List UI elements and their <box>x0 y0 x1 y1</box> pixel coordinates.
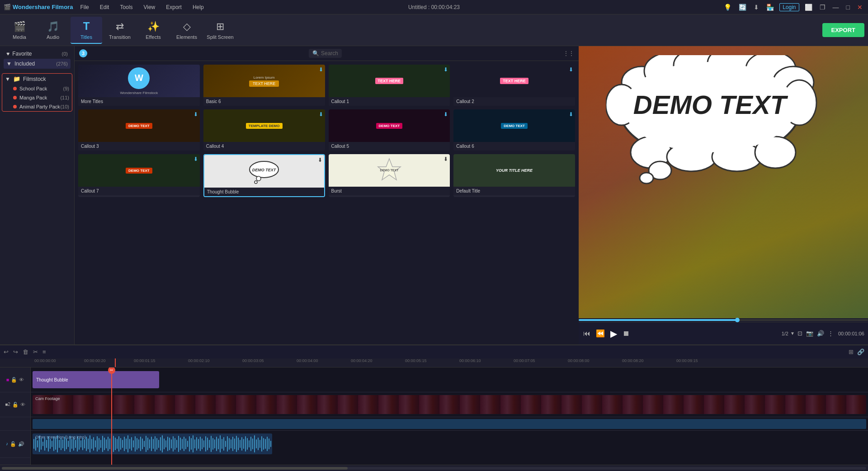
svg-rect-149 <box>259 440 260 448</box>
svg-rect-150 <box>261 436 262 452</box>
menu-file[interactable]: File <box>78 3 90 11</box>
track-lock-icon[interactable]: 🔓 <box>11 377 17 383</box>
grid-options-icon[interactable]: ⋮⋮ <box>563 50 574 57</box>
download-icon-c2: ⬇ <box>569 66 573 73</box>
card-callout2[interactable]: ⬇ TEXT HERE Callout 2 <box>453 65 575 106</box>
svg-rect-68 <box>113 436 114 452</box>
preview-play[interactable]: ▶ <box>609 327 618 340</box>
volume-icon[interactable]: 🔊 <box>816 329 825 338</box>
menu-edit[interactable]: Edit <box>98 3 111 11</box>
card-burst-thumb: ⬇ DEMO TEXT <box>329 154 450 187</box>
preview-step-back[interactable]: ⏪ <box>595 328 606 339</box>
svg-rect-79 <box>133 440 134 447</box>
add-track-icon[interactable]: ⊞ <box>849 349 854 355</box>
svg-rect-70 <box>117 439 118 449</box>
undo-icon[interactable]: ↩ <box>4 349 9 355</box>
svg-rect-62 <box>102 436 103 452</box>
timeline-scrollbar[interactable] <box>0 465 868 471</box>
scrollbar-thumb[interactable] <box>2 467 348 470</box>
lightbulb-icon[interactable]: 💡 <box>722 3 733 12</box>
filmstock-row[interactable]: ▼ 📁 Filmstock <box>2 74 72 84</box>
cut-icon[interactable]: ✂ <box>33 349 38 355</box>
svg-rect-24 <box>33 439 34 449</box>
preview-skip-back[interactable]: ⏮ <box>582 329 591 339</box>
sync-icon[interactable]: 🔄 <box>737 3 748 12</box>
card-callout6[interactable]: ⬇ DEMO TEXT Callout 6 <box>453 109 575 151</box>
card-default-title[interactable]: YOUR TITLE HERE Default Title <box>453 154 575 197</box>
preview-seekbar-area[interactable] <box>579 318 868 322</box>
tool-titles[interactable]: T Titles <box>71 17 102 44</box>
split-icon: ⊞ <box>216 21 224 33</box>
track-lock-icon-a[interactable]: 🔓 <box>10 441 16 447</box>
menu-tools[interactable]: Tools <box>118 3 134 11</box>
svg-rect-69 <box>115 438 116 450</box>
pack-item-animal[interactable]: Animal Party Pack (10) <box>2 102 72 111</box>
tool-transition[interactable]: ⇄ Transition <box>104 17 136 44</box>
card-filmstock[interactable]: W Wondershare Filmstock More Titles <box>78 65 200 106</box>
tool-audio-label: Audio <box>47 34 59 40</box>
card-basic6[interactable]: ⬇ Lorem Ipsum TEXT HERE Basic 6 <box>203 65 325 106</box>
settings-icon[interactable]: ≡ <box>42 349 46 355</box>
seekbar-thumb[interactable] <box>735 318 740 322</box>
svg-rect-38 <box>59 440 60 448</box>
download-icon-c4: ⬇ <box>319 111 323 118</box>
login-button[interactable]: Login <box>779 3 799 11</box>
track-lock-icon-v[interactable]: 🔓 <box>12 402 19 408</box>
audio-block[interactable]: Other scenerios (Long intro) // generate… <box>33 433 272 454</box>
menu-help[interactable]: Help <box>191 3 206 11</box>
store-icon[interactable]: 🏪 <box>764 3 776 12</box>
card-callout7[interactable]: ⬇ DEMO TEXT Callout 7 <box>78 154 200 197</box>
search-box[interactable]: 🔍 Search <box>309 49 342 58</box>
link-icon[interactable]: 🔗 <box>857 349 864 355</box>
menu-view[interactable]: View <box>142 3 157 11</box>
close-icon[interactable]: ✕ <box>855 3 864 12</box>
card-callout5[interactable]: ⬇ DEMO TEXT Callout 5 <box>329 109 450 151</box>
svg-rect-83 <box>140 437 141 451</box>
snapshot-icon[interactable]: 📷 <box>805 329 814 338</box>
menu-export[interactable]: Export <box>164 3 184 11</box>
minimize-icon[interactable]: — <box>831 3 841 12</box>
svg-rect-111 <box>191 438 192 450</box>
fullscreen-icon[interactable]: ⬜ <box>803 3 814 12</box>
timeline-area: ↩ ↪ 🗑 ✂ ≡ ⊞ 🔗 00:00:00:00 00:00:00:20 00… <box>0 344 868 471</box>
card-callout1[interactable]: ⬇ TEXT HERE Callout 1 <box>329 65 450 106</box>
delete-icon[interactable]: 🗑 <box>23 349 28 355</box>
tool-media[interactable]: 🎬 Media <box>4 17 35 44</box>
download-icon-c3: ⬇ <box>193 111 198 118</box>
card-callout4[interactable]: ⬇ TEMPLATE DEMO Callout 4 <box>203 109 325 151</box>
tool-audio[interactable]: 🎵 Audio <box>37 17 69 44</box>
svg-rect-63 <box>104 438 105 450</box>
redo-icon[interactable]: ↪ <box>13 349 18 355</box>
card-callout3[interactable]: ⬇ DEMO TEXT Callout 3 <box>78 109 200 151</box>
video-block-2[interactable] <box>33 419 866 429</box>
pack-item-school[interactable]: School Pack (9) <box>2 84 72 93</box>
svg-rect-136 <box>236 436 237 452</box>
ts-11: 00:00:08:20 <box>622 358 644 363</box>
card-burst[interactable]: ⬇ DEMO TEXT Burst <box>329 154 450 197</box>
included-row[interactable]: ▼ Included (276) <box>4 59 71 69</box>
card-thought-bubble[interactable]: ⬇ DEMO TEXT Thought Bubble <box>203 154 325 197</box>
video-block[interactable]: Cam Footage <box>33 395 866 414</box>
fullscreen-preview-icon[interactable]: ⊡ <box>797 329 803 338</box>
download-icon[interactable]: ⬇ <box>752 3 761 12</box>
card-basic-thumb: ⬇ Lorem Ipsum TEXT HERE <box>203 65 325 97</box>
transition-icon: ⇄ <box>116 21 124 33</box>
fraction-dropdown[interactable]: ▼ <box>790 331 795 336</box>
tool-elements[interactable]: ◇ Elements <box>171 17 203 44</box>
tool-split-screen[interactable]: ⊞ Split Screen <box>204 17 236 44</box>
copy-icon[interactable]: ❐ <box>818 3 827 12</box>
preview-stop[interactable]: ⏹ <box>622 329 631 339</box>
pack-item-manga[interactable]: Manga Pack (11) <box>2 93 72 102</box>
ts-4: 00:00:03:05 <box>242 358 264 363</box>
track-eye-icon-v[interactable]: 👁 <box>20 402 25 408</box>
svg-rect-82 <box>138 439 139 448</box>
favorite-row[interactable]: ♥ Favorite (0) <box>4 49 71 59</box>
maximize-icon[interactable]: □ <box>844 3 852 12</box>
export-button[interactable]: EXPORT <box>822 23 864 37</box>
title-block[interactable]: Thought Bubble <box>33 371 159 388</box>
track-eye-icon[interactable]: 👁 <box>19 377 24 383</box>
track-mute-icon[interactable]: 🔊 <box>18 441 24 447</box>
more-options-icon[interactable]: ⋮ <box>827 329 835 338</box>
tool-effects[interactable]: ✨ Effects <box>137 17 169 44</box>
animal-pack-name: Animal Party Pack <box>19 104 60 109</box>
